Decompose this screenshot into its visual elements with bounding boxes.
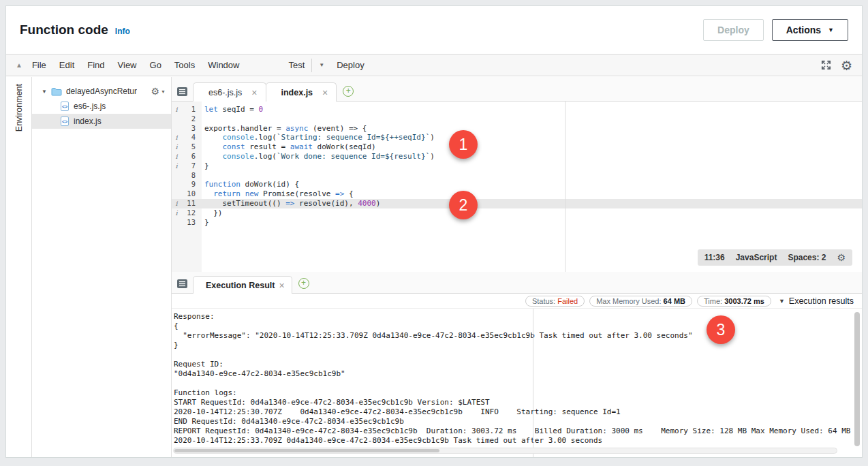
console-line: Request ID: bbox=[174, 360, 862, 369]
execution-result-tab[interactable]: Execution Result × bbox=[193, 276, 292, 294]
new-tab-icon[interactable]: + bbox=[343, 86, 354, 97]
code-line-4[interactable]: i4 console.log(`Starting: sequence Id=${… bbox=[172, 133, 862, 142]
code-line-5[interactable]: i5 const result = await doWork(seqId) bbox=[172, 142, 862, 152]
code-file-icon: <> bbox=[61, 102, 69, 111]
execution-badges: Status: FailedMax Memory Used: 64 MBTime… bbox=[525, 296, 771, 307]
svg-text:<>: <> bbox=[62, 104, 67, 109]
folder-name: delayedAsyncReturn bbox=[66, 87, 137, 96]
tab-label: es6-.js.js bbox=[208, 88, 242, 97]
editor-settings-gear-icon[interactable]: ⚙ bbox=[837, 252, 846, 263]
folder-expand-icon[interactable]: ▼ bbox=[42, 89, 47, 95]
language-mode[interactable]: JavaScript bbox=[736, 253, 777, 262]
actions-button-label: Actions bbox=[786, 25, 821, 35]
menu-item-window[interactable]: Window bbox=[208, 60, 239, 70]
horizontal-scrollbar[interactable] bbox=[173, 448, 837, 454]
gutter-cell: 2 bbox=[172, 114, 202, 124]
results-tab-bar: Execution Result × + bbox=[172, 272, 862, 294]
code-text: let seqId = 0 bbox=[202, 105, 263, 114]
code-line-10[interactable]: 10 return new Promise(resolve => { bbox=[172, 189, 862, 199]
svg-text:<>: <> bbox=[62, 119, 67, 124]
code-line-3[interactable]: 3exports.handler = async (event) => { bbox=[172, 124, 862, 134]
editor-tab-es6-.js.js[interactable]: es6-.js.js× bbox=[193, 82, 266, 102]
info-annotation-icon: i bbox=[172, 199, 181, 208]
gutter-cell: i6 bbox=[172, 152, 202, 161]
gutter-cell: 8 bbox=[172, 171, 202, 181]
console-line: "errorMessage": "2020-10-14T12:25:33.709… bbox=[174, 331, 862, 341]
console-line: 2020-10-14T12:25:30.707Z 0d4a1340-e9ce-4… bbox=[174, 407, 862, 417]
console-line: Response: bbox=[174, 312, 862, 322]
menu-item-file[interactable]: File bbox=[32, 60, 46, 70]
line-number: 11 bbox=[181, 199, 202, 208]
cursor-position[interactable]: 11:36 bbox=[704, 253, 725, 262]
code-line-12[interactable]: i12 }) bbox=[172, 208, 862, 218]
menu-run-group: Test ▼ Deploy bbox=[288, 59, 364, 72]
execution-results-dropdown[interactable]: ▼ Execution results bbox=[779, 296, 854, 306]
menu-item-find[interactable]: Find bbox=[87, 60, 104, 70]
gutter-cell: 10 bbox=[172, 189, 202, 199]
code-editor[interactable]: i1let seqId = 023exports.handler = async… bbox=[172, 102, 862, 272]
console-line: } bbox=[174, 341, 862, 350]
code-line-8[interactable]: 8 bbox=[172, 171, 862, 181]
tree-file-es6-.js.js[interactable]: <>es6-.js.js bbox=[32, 99, 171, 114]
badge-status: Status: Failed bbox=[525, 296, 585, 307]
code-line-13[interactable]: 13} bbox=[172, 218, 862, 228]
deploy-button[interactable]: Deploy bbox=[703, 19, 764, 41]
menu-item-edit[interactable]: Edit bbox=[59, 60, 74, 70]
ide-settings-gear-icon[interactable]: ⚙ bbox=[841, 58, 852, 73]
header-actions: Deploy Actions ▼ bbox=[703, 19, 848, 41]
console-line: REPORT RequestId: 0d4a1340-e9ce-47c2-803… bbox=[174, 426, 862, 436]
menu-item-tools[interactable]: Tools bbox=[174, 60, 195, 70]
info-link[interactable]: Info bbox=[115, 27, 130, 36]
code-text: console.log(`Work done: sequence Id=${re… bbox=[202, 152, 435, 161]
console-line: END RequestId: 0d4a1340-e9ce-47c2-8034-e… bbox=[174, 417, 862, 426]
test-button[interactable]: Test bbox=[288, 60, 305, 70]
execution-output-console[interactable]: Response:{ "errorMessage": "2020-10-14T1… bbox=[172, 309, 862, 457]
menu-items: FileEditFindViewGoToolsWindow bbox=[32, 60, 240, 70]
code-text: console.log(`Starting: sequence Id=${++s… bbox=[202, 133, 435, 142]
execution-summary-row: Status: FailedMax Memory Used: 64 MBTime… bbox=[172, 294, 862, 309]
new-results-tab-icon[interactable]: + bbox=[298, 278, 309, 289]
actions-button[interactable]: Actions ▼ bbox=[772, 19, 848, 41]
menu-item-go[interactable]: Go bbox=[150, 60, 161, 70]
code-line-7[interactable]: i7} bbox=[172, 161, 862, 171]
results-tab-list-icon[interactable] bbox=[177, 279, 187, 288]
tree-folder-row[interactable]: ▼ delayedAsyncReturn ⚙▼ bbox=[32, 84, 171, 99]
file-name: index.js bbox=[74, 117, 102, 126]
environment-tab[interactable]: Environment bbox=[14, 84, 24, 131]
code-rows: i1let seqId = 023exports.handler = async… bbox=[172, 102, 862, 227]
editor-column: es6-.js.js×index.js× + i1let seqId = 023… bbox=[172, 77, 862, 457]
test-dropdown-icon[interactable]: ▼ bbox=[319, 62, 324, 68]
code-line-6[interactable]: i6 console.log(`Work done: sequence Id=$… bbox=[172, 152, 862, 161]
collapse-panel-icon[interactable]: ▲ bbox=[16, 61, 22, 69]
environment-strip: Environment bbox=[6, 77, 32, 457]
annotation-callout-2: 2 bbox=[449, 191, 478, 219]
tree-file-index.js[interactable]: <>index.js bbox=[32, 114, 171, 129]
tab-list-icon[interactable] bbox=[177, 87, 187, 96]
close-tab-icon[interactable]: × bbox=[279, 281, 284, 290]
vertical-scrollbar[interactable] bbox=[854, 312, 860, 446]
code-line-1[interactable]: i1let seqId = 0 bbox=[172, 105, 862, 114]
close-tab-icon[interactable]: × bbox=[251, 88, 257, 97]
gutter-cell: i12 bbox=[172, 208, 202, 218]
code-text bbox=[202, 171, 204, 181]
gutter-cell: i5 bbox=[172, 142, 202, 152]
annotation-callout-3: 3 bbox=[707, 315, 735, 344]
close-tab-icon[interactable]: × bbox=[322, 88, 328, 97]
gutter-cell: i11 bbox=[172, 199, 202, 208]
fullscreen-icon[interactable] bbox=[821, 60, 831, 70]
annotation-callout-1: 1 bbox=[449, 130, 478, 159]
chevron-down-icon: ▼ bbox=[828, 27, 834, 33]
ide-main: Environment ▼ delayedAsyncReturn ⚙▼ <>es… bbox=[6, 77, 862, 457]
tab-label: index.js bbox=[281, 88, 313, 97]
deploy-menu-item[interactable]: Deploy bbox=[337, 60, 364, 70]
code-line-2[interactable]: 2 bbox=[172, 114, 862, 124]
code-line-9[interactable]: 9function doWork(id) { bbox=[172, 180, 862, 189]
menubar-right-icons: ⚙ bbox=[821, 58, 852, 73]
editor-tab-index.js[interactable]: index.js× bbox=[266, 82, 337, 102]
gutter-cell: i7 bbox=[172, 161, 202, 171]
code-line-11[interactable]: i11 setTimeout(() => resolve(id), 4000) bbox=[172, 199, 862, 208]
indentation-setting[interactable]: Spaces: 2 bbox=[788, 253, 826, 262]
console-lines: Response:{ "errorMessage": "2020-10-14T1… bbox=[172, 309, 862, 446]
tree-settings-gear-icon[interactable]: ⚙▼ bbox=[151, 86, 166, 97]
menu-item-view[interactable]: View bbox=[118, 60, 137, 70]
